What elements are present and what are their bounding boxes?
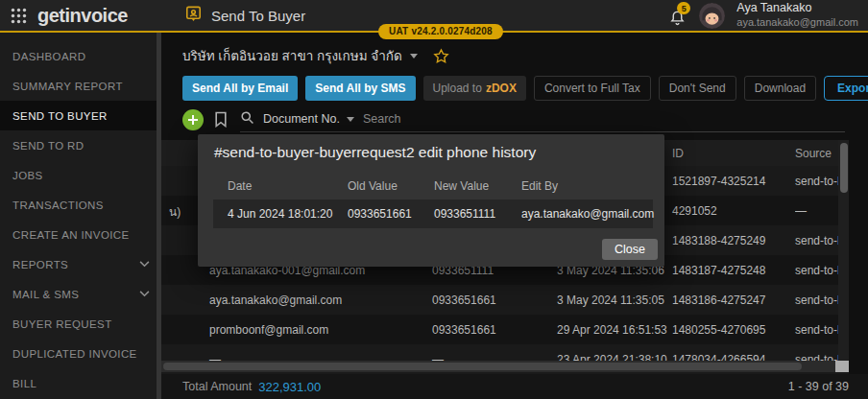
cell-email: promboonf@gmail.com [209, 323, 328, 337]
cell-phone: 0933651661 [432, 293, 496, 307]
vertical-scrollbar[interactable] [838, 140, 849, 370]
app-logo[interactable]: getinvoice [37, 5, 128, 27]
horizontal-scrollbar[interactable] [161, 361, 849, 372]
sidebar-item-transactions[interactable]: TRANSACTIONS [0, 190, 161, 220]
company-name: บริษัท เก็ตอินวอย สาขา กรุงเกษม จำกัด [182, 45, 402, 66]
sidebar-item-summary-report[interactable]: SUMMARY REPORT [0, 71, 161, 101]
user-avatar[interactable] [699, 3, 725, 29]
modal-title: #send-to-buyer-buyerrequest2 edit phone … [214, 144, 536, 161]
cell-id: 1521897-4325214 [672, 175, 765, 188]
modal-cell-new-value: 0933651111 [434, 207, 495, 221]
horizontal-scrollbar-thumb[interactable] [163, 363, 802, 370]
upload-to-zdox-button[interactable]: Upload to zDOX [423, 76, 526, 101]
page-title: Send To Buyer [211, 8, 305, 24]
sidebar-item-label: JOBS [12, 170, 43, 181]
sidebar-item-jobs[interactable]: JOBS [0, 160, 161, 190]
upload-to-label: Upload to [433, 82, 482, 95]
sidebar-item-label: SEND TO RD [12, 140, 84, 152]
send-to-buyer-badge-icon [184, 5, 203, 27]
sidebar-item-label: BUYER REQUEST [12, 318, 112, 330]
scrollbar-corner [835, 361, 849, 372]
modal-column-header-new-value: New Value [434, 179, 489, 193]
column-header-id[interactable]: ID [672, 147, 684, 160]
chevron-down-icon [410, 54, 418, 59]
sidebar-item-label: BILL [12, 378, 36, 389]
sidebar-item-label: DASHBOARD [12, 51, 85, 62]
cell-id: 1483188-4275249 [672, 234, 765, 247]
page-title-group: Send To Buyer [184, 0, 305, 31]
sidebar-item-label: MAIL & SMS [12, 289, 79, 300]
footer-bar: Total Amount 322,931.00 1 - 39 of 39 [161, 374, 868, 399]
send-all-by-sms-button[interactable]: Send All by SMS [305, 76, 415, 101]
sidebar: DASHBOARD SUMMARY REPORT SEND TO BUYER S… [0, 33, 161, 399]
modal-cell-date: 4 Jun 2024 18:01:20 [228, 207, 332, 221]
sidebar-item-send-to-rd[interactable]: SEND TO RD [0, 130, 161, 160]
sidebar-item-reports[interactable]: REPORTS [0, 249, 161, 279]
add-document-button[interactable] [182, 109, 204, 130]
chevron-down-icon [347, 117, 354, 122]
modal-cell-edit-by: aya.tanakako@gmail.com [521, 207, 654, 221]
bookmark-icon[interactable] [214, 111, 228, 128]
chevron-down-icon [139, 291, 150, 297]
notifications-bell-icon[interactable]: 5 [666, 5, 687, 26]
sidebar-item-label: SUMMARY REPORT [12, 81, 123, 92]
vertical-scrollbar-thumb[interactable] [840, 143, 848, 193]
sidebar-item-send-to-buyer[interactable]: SEND TO BUYER [0, 101, 161, 130]
user-email: aya.tanakako@gmail.com [736, 16, 858, 30]
modal-column-header-old-value: Old Value [348, 179, 398, 193]
send-all-by-email-button[interactable]: Send All by Email [182, 76, 298, 101]
favorite-star-icon[interactable] [433, 48, 449, 64]
cell-date: 3 May 2024 11:35:05 [557, 293, 664, 307]
sidebar-item-dashboard[interactable]: DASHBOARD [0, 41, 161, 71]
sidebar-item-label: DUPLICATED INVOICE [12, 348, 137, 360]
apps-grid-icon[interactable] [11, 8, 27, 24]
convert-to-full-tax-button[interactable]: Convert to Full Tax [534, 76, 651, 101]
sidebar-item-mail-and-sms[interactable]: MAIL & SMS [0, 279, 161, 309]
search-input[interactable] [363, 112, 845, 126]
zdox-brand-label: zDOX [486, 82, 517, 95]
cell-email: aya.tanakako@gmail.com [209, 293, 342, 307]
version-badge: UAT v24.2.0.0274d208 [378, 24, 503, 39]
search-field-selector[interactable]: Document No. [263, 112, 354, 126]
sidebar-item-label: REPORTS [12, 259, 68, 270]
chevron-down-icon [139, 261, 150, 268]
cell-id: 1480255-4270695 [672, 323, 765, 337]
modal-column-header-date: Date [228, 179, 252, 193]
search-box: Document No. [240, 106, 845, 132]
cell-id: 1483187-4275248 [672, 264, 765, 277]
sidebar-item-buyer-request[interactable]: BUYER REQUEST [0, 309, 161, 339]
cell-phone: 0933651661 [432, 323, 496, 337]
sidebar-item-label: TRANSACTIONS [12, 200, 104, 211]
dont-send-button[interactable]: Don't Send [659, 76, 736, 101]
sidebar-item-bill[interactable]: BILL [0, 368, 161, 398]
pagination-status: 1 - 39 of 39 [788, 380, 849, 393]
search-row: Document No. [182, 106, 845, 132]
table-row[interactable]: promboonf@gmail.com 0933651661 29 Apr 20… [161, 315, 849, 344]
sidebar-scrollbar[interactable] [157, 33, 161, 399]
cell-id: 4291052 [672, 204, 717, 218]
user-info[interactable]: Aya Tanakako aya.tanakako@gmail.com [736, 1, 858, 29]
close-button[interactable]: Close [602, 239, 658, 260]
sidebar-item-duplicated-invoice[interactable]: DUPLICATED INVOICE [0, 339, 161, 368]
notification-count-badge: 5 [677, 2, 690, 14]
search-icon [240, 110, 254, 129]
sidebar-item-create-an-invoice[interactable]: CREATE AN INVOICE [0, 220, 161, 249]
sidebar-item-label: SEND TO BUYER [12, 110, 108, 122]
download-button[interactable]: Download [744, 76, 816, 101]
total-amount-label: Total Amount [182, 380, 252, 393]
modal-history-row: 4 Jun 2024 18:01:20 0933651661 093365111… [213, 200, 653, 228]
table-row[interactable]: aya.tanakako@gmail.com 0933651661 3 May … [161, 285, 849, 315]
action-toolbar: Send All by Email Send All by SMS Upload… [182, 76, 860, 101]
search-field-label: Document No. [263, 112, 340, 126]
user-name: Aya Tanakako [736, 1, 858, 16]
sidebar-item-label: CREATE AN INVOICE [12, 229, 130, 241]
total-amount-value: 322,931.00 [258, 380, 321, 394]
company-selector[interactable]: บริษัท เก็ตอินวอย สาขา กรุงเกษม จำกัด [182, 45, 449, 66]
cell-id: 1483186-4275247 [672, 293, 765, 307]
cell-buyer-name: น) [169, 201, 181, 220]
modal-cell-old-value: 0933651661 [348, 207, 412, 221]
export-button[interactable]: Export [824, 76, 868, 101]
user-block: 5 Aya Tanakako aya.tanakako@gmail.com [666, 0, 858, 31]
edit-phone-history-modal: #send-to-buyer-buyerrequest2 edit phone … [198, 134, 664, 267]
cell-date: 29 Apr 2024 16:51:53 [557, 323, 667, 337]
